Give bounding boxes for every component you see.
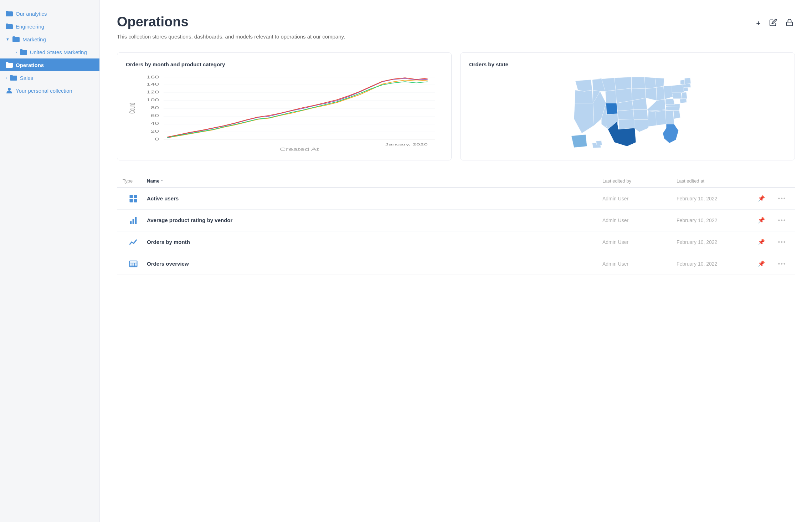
more-button-2[interactable]: ••• [775, 217, 789, 224]
more-button-4[interactable]: ••• [775, 261, 789, 267]
svg-marker-64 [684, 87, 688, 91]
pin-button-4[interactable]: 📌 [751, 260, 772, 267]
col-edited-at: Last edited at [677, 178, 748, 184]
sidebar: Our analytics Engineering ▼ Marketing › … [0, 0, 100, 522]
svg-marker-56 [673, 110, 680, 118]
svg-marker-47 [645, 87, 657, 101]
svg-rect-72 [130, 195, 133, 198]
page-title: Operations [117, 14, 189, 30]
svg-rect-1 [787, 22, 793, 26]
svg-rect-78 [135, 217, 137, 224]
pin-button-1[interactable]: 📌 [751, 195, 772, 202]
lock-button[interactable] [784, 17, 795, 30]
svg-marker-55 [663, 124, 679, 143]
edit-button[interactable] [768, 17, 778, 30]
pin-button-2[interactable]: 📌 [751, 217, 772, 224]
row-edited-at-4: February 10, 2022 [677, 261, 748, 267]
sidebar-item-our-analytics-label: Our analytics [16, 11, 47, 17]
row-edited-by-2: Admin User [602, 218, 674, 223]
col-name[interactable]: Name ↑ [147, 178, 600, 184]
svg-marker-48 [656, 86, 664, 100]
svg-rect-76 [130, 221, 132, 224]
svg-text:Count: Count [128, 103, 137, 114]
row-icon-bar [123, 215, 144, 225]
svg-text:160: 160 [147, 75, 159, 79]
row-name-4[interactable]: Orders overview [147, 261, 600, 267]
svg-text:80: 80 [151, 106, 159, 110]
table-section: Type Name ↑ Last edited by Last edited a… [117, 175, 795, 275]
pin-button-3[interactable]: 📌 [751, 239, 772, 245]
add-button[interactable]: + [755, 17, 762, 30]
svg-rect-79 [130, 261, 137, 266]
more-button-1[interactable]: ••• [775, 195, 789, 202]
folder-icon [6, 23, 13, 30]
chart2-title: Orders by state [469, 61, 786, 67]
sidebar-item-us-marketing[interactable]: › United States Marketing [0, 46, 99, 58]
sidebar-item-marketing-label: Marketing [22, 36, 46, 42]
row-edited-at-1: February 10, 2022 [677, 196, 748, 201]
orders-by-month-card[interactable]: Orders by month and product category 0 2… [117, 52, 452, 160]
svg-marker-43 [633, 109, 648, 119]
page-header: Operations + [117, 14, 795, 30]
sidebar-item-engineering[interactable]: Engineering [0, 20, 99, 33]
svg-text:120: 120 [147, 90, 159, 94]
svg-marker-24 [575, 90, 593, 103]
svg-marker-37 [618, 109, 634, 119]
svg-marker-50 [647, 99, 665, 111]
svg-text:100: 100 [147, 98, 159, 102]
svg-marker-67 [684, 78, 691, 84]
svg-rect-75 [134, 199, 137, 202]
row-icon-line [123, 237, 144, 247]
svg-marker-29 [605, 90, 617, 103]
folder-icon [20, 48, 27, 56]
col-pin [751, 178, 772, 184]
sidebar-item-personal-label: Your personal collection [16, 88, 72, 94]
col-edited-by: Last edited by [602, 178, 674, 184]
dashboard-icon [128, 194, 138, 204]
page-description: This collection stores questions, dashbo… [117, 33, 795, 41]
svg-marker-23 [575, 80, 592, 91]
lock-icon [786, 19, 793, 26]
row-edited-at-3: February 10, 2022 [677, 239, 748, 245]
sidebar-item-marketing[interactable]: ▼ Marketing [0, 33, 99, 46]
svg-rect-74 [130, 199, 133, 202]
table-row: Average product rating by vendor Admin U… [117, 210, 795, 231]
row-name-2[interactable]: Average product rating by vendor [147, 217, 600, 223]
main-content: Operations + This collection stores ques… [100, 0, 812, 522]
sidebar-item-engineering-label: Engineering [16, 24, 44, 30]
row-name-3[interactable]: Orders by month [147, 239, 600, 245]
svg-marker-25 [574, 103, 594, 133]
svg-marker-62 [680, 98, 687, 103]
folder-icon [6, 10, 13, 17]
sidebar-item-operations[interactable]: Operations [0, 58, 99, 71]
table-row: Orders by month Admin User February 10, … [117, 231, 795, 253]
table-header: Type Name ↑ Last edited by Last edited a… [117, 175, 795, 188]
sidebar-item-sales[interactable]: › Sales [0, 71, 99, 84]
svg-marker-34 [615, 77, 632, 90]
folder-icon [10, 74, 17, 81]
sidebar-item-our-analytics[interactable]: Our analytics [0, 7, 99, 20]
svg-text:140: 140 [147, 82, 159, 86]
row-edited-at-2: February 10, 2022 [677, 218, 748, 223]
folder-icon [12, 36, 20, 43]
table-icon [128, 259, 138, 269]
orders-by-state-card[interactable]: Orders by state [460, 52, 795, 160]
row-edited-by-3: Admin User [602, 239, 674, 245]
svg-marker-71 [596, 140, 602, 145]
bar-chart-icon [128, 215, 138, 225]
sidebar-item-operations-label: Operations [16, 62, 44, 68]
table-row: Orders overview Admin User February 10, … [117, 253, 795, 275]
line-chart: 0 20 40 60 80 100 120 140 160 Count [126, 73, 443, 152]
line-chart-icon [128, 237, 138, 247]
row-icon-dashboard [123, 194, 144, 204]
more-button-3[interactable]: ••• [775, 239, 789, 245]
svg-marker-52 [648, 111, 656, 127]
svg-marker-44 [634, 119, 648, 132]
row-name-1[interactable]: Active users [147, 195, 600, 201]
col-type: Type [123, 178, 144, 184]
svg-marker-63 [682, 92, 687, 98]
chevron-down-icon: ▼ [6, 37, 10, 41]
svg-marker-69 [571, 134, 587, 148]
col-more [775, 178, 789, 184]
sidebar-item-personal[interactable]: Your personal collection [0, 84, 99, 97]
